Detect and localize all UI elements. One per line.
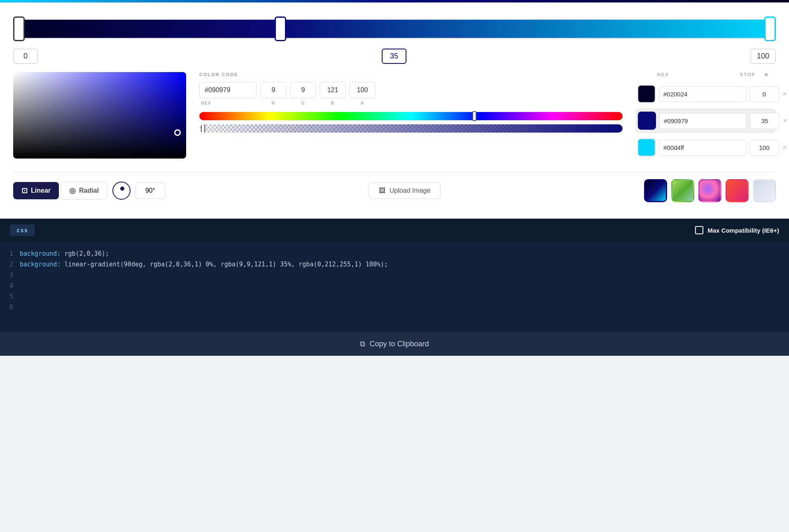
hue-slider[interactable]	[199, 112, 623, 120]
upload-image-btn[interactable]: 🖼 Upload Image	[369, 182, 441, 199]
line-number-6: 6	[0, 303, 20, 311]
copy-bar[interactable]: ⧉ Copy to Clipboard	[0, 332, 789, 356]
color-code-label: COLOR CODE	[199, 72, 623, 77]
preset-swatch-1[interactable]	[644, 179, 667, 202]
preset-swatches	[644, 179, 776, 202]
prop-value-2: linear-gradient(90deg, rgba(2,0,36,1) 0%…	[64, 261, 388, 268]
g-input[interactable]	[290, 82, 316, 98]
line-number-2: 2	[0, 261, 20, 268]
stop-delete-btn-2[interactable]: ×	[783, 116, 787, 126]
copy-icon: ⧉	[360, 340, 365, 348]
r-input[interactable]	[260, 82, 287, 98]
stop-hex-input-3[interactable]	[659, 140, 746, 156]
a-input[interactable]	[349, 82, 376, 98]
radial-icon: ◎	[69, 186, 76, 195]
stops-stop-col-label: STOP	[731, 72, 764, 77]
compat-label: Max Compatibility (IE6+)	[707, 227, 779, 234]
color-inputs-row	[199, 82, 623, 98]
input-labels: HEX R G B A	[199, 101, 623, 105]
preset-swatch-4[interactable]	[726, 179, 749, 202]
stop-swatch-3[interactable]	[637, 138, 656, 156]
code-line-4: 4	[0, 280, 789, 291]
line-number-5: 5	[0, 293, 20, 300]
upload-label: Upload Image	[390, 187, 431, 194]
linear-btn[interactable]: ⊡ Linear	[13, 182, 59, 199]
css-section: css Max Compatibility (IE6+) 1 backgroun…	[0, 219, 789, 332]
hue-thumb[interactable]	[472, 111, 476, 121]
stop-value-input-3[interactable]	[749, 140, 779, 156]
css-header: css Max Compatibility (IE6+)	[0, 219, 789, 242]
stops-del-col-label: ⊕	[764, 72, 774, 77]
stop-value-input-1[interactable]	[749, 86, 779, 102]
preset-swatch-5[interactable]	[753, 179, 776, 202]
stop-row-2: ×	[636, 109, 776, 133]
r-label: R	[260, 101, 287, 105]
code-line-1: 1 background: rgb(2,0,36);	[0, 248, 789, 259]
gradient-track-wrapper	[13, 12, 776, 45]
stop-delete-btn-1[interactable]: ×	[782, 89, 787, 99]
code-line-2: 2 background: linear-gradient(90deg, rgb…	[0, 259, 789, 270]
slider-max-value: 100	[750, 49, 776, 64]
stop-hex-input-1[interactable]	[659, 86, 746, 102]
code-line-5: 5	[0, 291, 789, 302]
line-code-2: background: linear-gradient(90deg, rgba(…	[20, 261, 388, 268]
stops-hex-col-label: HEX	[657, 72, 731, 77]
angle-circle[interactable]	[112, 182, 131, 200]
stop-swatch-2[interactable]	[638, 112, 656, 130]
radial-btn[interactable]: ◎ Radial	[61, 182, 107, 200]
copy-label: Copy to Clipboard	[369, 340, 429, 348]
upload-icon: 🖼	[379, 187, 385, 194]
line-number-4: 4	[0, 282, 20, 289]
code-line-6: 6	[0, 302, 789, 313]
slider-mid-value[interactable]: 35	[382, 49, 406, 64]
b-label: B	[320, 101, 346, 105]
gradient-slider-section: 0 35 100	[13, 12, 776, 64]
stop-value-input-2[interactable]	[750, 113, 780, 129]
angle-input[interactable]	[135, 182, 165, 199]
linear-icon: ⊡	[21, 186, 28, 195]
canvas-thumb[interactable]	[174, 129, 181, 136]
stop-hex-input-2[interactable]	[659, 113, 747, 129]
prop-value-1: rgb(2,0,36);	[64, 250, 109, 257]
controls-bar: ⊡ Linear ◎ Radial 🖼 Upload Image	[13, 172, 776, 209]
stop-swatch-1[interactable]	[637, 85, 656, 103]
alpha-gradient-overlay	[199, 124, 623, 133]
prop-name-1: background:	[20, 250, 61, 257]
hex-input[interactable]	[199, 82, 257, 98]
code-line-3: 3	[0, 270, 789, 280]
css-tab[interactable]: css	[10, 224, 35, 236]
g-label: G	[290, 101, 316, 105]
slider-values: 0 35 100	[13, 49, 776, 64]
alpha-thumb[interactable]	[201, 124, 205, 133]
line-number-3: 3	[0, 271, 20, 279]
color-controls: COLOR CODE HEX R G B A	[199, 72, 623, 133]
line-number-1: 1	[0, 250, 20, 257]
stop-row-1: ×	[636, 82, 776, 105]
radial-label: Radial	[79, 187, 99, 194]
line-code-1: background: rgb(2,0,36);	[20, 250, 109, 257]
gradient-thumb-right[interactable]	[764, 16, 776, 41]
stops-header: HEX STOP ⊕	[636, 72, 776, 77]
a-label: A	[349, 101, 376, 105]
slider-min-value: 0	[13, 49, 38, 64]
b-input[interactable]	[320, 82, 346, 98]
stop-row-3: ×	[636, 136, 776, 159]
css-code-area: 1 background: rgb(2,0,36); 2 background:…	[0, 242, 789, 332]
gradient-thumb-middle[interactable]	[275, 16, 286, 41]
copy-btn-inner[interactable]: ⧉ Copy to Clipboard	[360, 340, 429, 348]
alpha-slider[interactable]	[199, 124, 623, 133]
compat-checkbox[interactable]	[695, 226, 703, 234]
main-container: 0 35 100 COLOR CODE HEX R G B	[0, 2, 789, 219]
color-section: COLOR CODE HEX R G B A	[13, 72, 776, 162]
gradient-thumb-left[interactable]	[13, 16, 25, 41]
linear-label: Linear	[31, 187, 51, 194]
preset-swatch-2[interactable]	[671, 179, 694, 202]
stop-delete-btn-3[interactable]: ×	[782, 142, 787, 152]
color-picker-canvas[interactable]	[13, 72, 186, 159]
gradient-type-group: ⊡ Linear ◎ Radial	[13, 182, 107, 200]
hex-label: HEX	[199, 101, 257, 105]
preset-swatch-3[interactable]	[698, 179, 721, 202]
gradient-track[interactable]	[13, 19, 776, 39]
prop-name-2: background:	[20, 261, 61, 268]
gradient-stops: HEX STOP ⊕ × ×	[636, 72, 776, 162]
